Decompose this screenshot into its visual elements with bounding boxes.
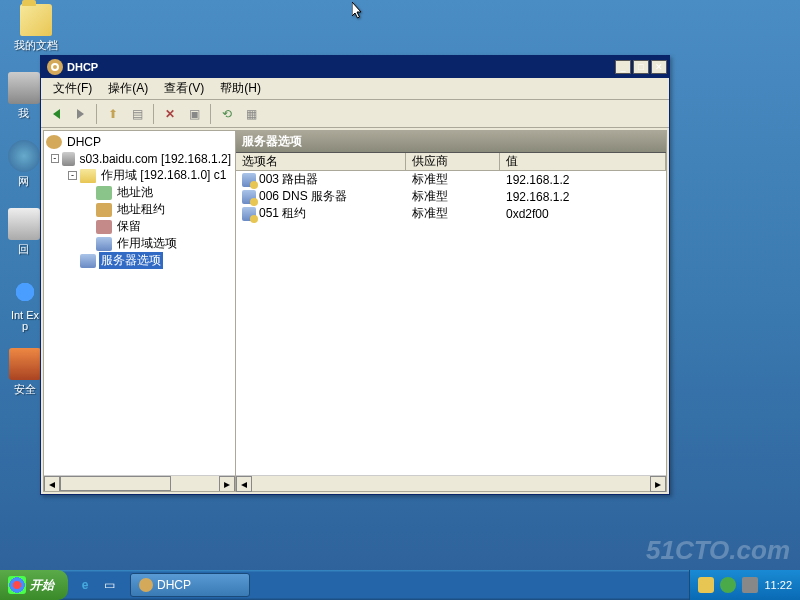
scroll-right-button[interactable]: ▸ — [650, 476, 666, 492]
tray-volume-icon[interactable] — [742, 577, 758, 593]
desktop-icon-network[interactable]: 网 — [8, 140, 38, 189]
cell-vendor: 标准型 — [406, 205, 500, 222]
titlebar[interactable]: DHCP _ □ ✕ — [41, 56, 669, 78]
menu-help[interactable]: 帮助(H) — [212, 78, 269, 99]
desktop-icon-ie[interactable]: Int Exp — [8, 276, 42, 332]
col-value[interactable]: 值 — [500, 153, 666, 170]
list-h-scrollbar[interactable]: ◂ ▸ — [236, 475, 666, 491]
toolbar-divider — [153, 104, 154, 124]
cell-vendor: 标准型 — [406, 171, 500, 188]
shield-icon — [9, 348, 41, 380]
start-button[interactable]: 开始 — [0, 570, 68, 600]
col-name[interactable]: 选项名 — [236, 153, 406, 170]
delete-button[interactable]: ✕ — [159, 103, 181, 125]
tree-label: 地址租约 — [115, 201, 167, 218]
delete-icon: ✕ — [165, 107, 175, 121]
col-vendor[interactable]: 供应商 — [406, 153, 500, 170]
watermark: 51CTO.com — [646, 535, 790, 566]
menubar: 文件(F) 操作(A) 查看(V) 帮助(H) — [41, 78, 669, 100]
list-row[interactable]: 006 DNS 服务器 标准型 192.168.1.2 — [236, 188, 666, 205]
toolbar-divider — [210, 104, 211, 124]
toolbar: ⬆ ▤ ✕ ▣ ⟲ ▦ — [41, 100, 669, 128]
menu-view[interactable]: 查看(V) — [156, 78, 212, 99]
tree-label: 作用域选项 — [115, 235, 179, 252]
dhcp-icon — [46, 135, 62, 149]
tray-network-icon[interactable] — [720, 577, 736, 593]
collapse-icon[interactable]: - — [68, 171, 77, 180]
scroll-track[interactable] — [252, 476, 650, 491]
properties-icon: ▤ — [132, 107, 143, 121]
ie-icon: e — [82, 578, 89, 592]
desktop-icon-computer[interactable]: 我 — [8, 72, 38, 121]
scroll-thumb[interactable] — [60, 476, 171, 491]
collapse-icon[interactable]: - — [51, 154, 59, 163]
mouse-cursor — [352, 2, 364, 20]
quick-ie[interactable]: e — [74, 574, 96, 596]
ie-icon — [9, 276, 41, 308]
tree-server-options[interactable]: 服务器选项 — [46, 252, 233, 269]
cell-value: 192.168.1.2 — [500, 190, 666, 204]
desktop-icon-security[interactable]: 安全 — [8, 348, 42, 397]
pool-icon — [96, 186, 112, 200]
option-icon — [242, 207, 256, 221]
minimize-button[interactable]: _ — [615, 60, 631, 74]
export-button[interactable]: ▦ — [240, 103, 262, 125]
cell-vendor: 标准型 — [406, 188, 500, 205]
up-icon: ⬆ — [108, 107, 118, 121]
tree-panel[interactable]: DHCP - s03.baidu.com [192.168.1.2] - 作用域… — [44, 131, 236, 491]
toolbar-divider — [96, 104, 97, 124]
export-icon: ▦ — [246, 107, 257, 121]
desktop-icon-recycle[interactable]: 回 — [8, 208, 38, 257]
refresh-button[interactable]: ⟲ — [216, 103, 238, 125]
system-tray[interactable]: 11:22 — [689, 570, 800, 600]
arrow-left-icon — [53, 109, 60, 119]
cell-name: 051 租约 — [259, 205, 306, 222]
quick-desktop[interactable]: ▭ — [98, 574, 120, 596]
tree-scope-options[interactable]: 作用域选项 — [46, 235, 233, 252]
task-label: DHCP — [157, 578, 191, 592]
column-headers: 选项名 供应商 值 — [236, 153, 666, 171]
menu-action[interactable]: 操作(A) — [100, 78, 156, 99]
dhcp-icon — [139, 578, 153, 592]
list-panel: 服务器选项 选项名 供应商 值 003 路由器 标准型 192.168.1.2 … — [236, 131, 666, 491]
clock[interactable]: 11:22 — [764, 579, 792, 591]
tree-reservations[interactable]: 保留 — [46, 218, 233, 235]
forward-button[interactable] — [69, 103, 91, 125]
list-row[interactable]: 051 租约 标准型 0xd2f00 — [236, 205, 666, 222]
properties-button[interactable]: ▤ — [126, 103, 148, 125]
list-rows[interactable]: 003 路由器 标准型 192.168.1.2 006 DNS 服务器 标准型 … — [236, 171, 666, 475]
copy-button[interactable]: ▣ — [183, 103, 205, 125]
scroll-track[interactable] — [60, 476, 219, 491]
tree-root[interactable]: DHCP — [46, 133, 233, 150]
reservation-icon — [96, 220, 112, 234]
scroll-left-button[interactable]: ◂ — [236, 476, 252, 492]
cell-name: 006 DNS 服务器 — [259, 188, 347, 205]
windows-icon — [8, 576, 26, 594]
cell-value: 0xd2f00 — [500, 207, 666, 221]
back-button[interactable] — [45, 103, 67, 125]
tree-scope[interactable]: - 作用域 [192.168.1.0] c1 — [46, 167, 233, 184]
recycle-icon — [8, 208, 40, 240]
tray-shield-icon[interactable] — [698, 577, 714, 593]
tree-label: 作用域 [192.168.1.0] c1 — [99, 167, 228, 184]
scroll-right-button[interactable]: ▸ — [219, 476, 235, 491]
menu-file[interactable]: 文件(F) — [45, 78, 100, 99]
globe-icon — [8, 140, 40, 172]
tree-h-scrollbar[interactable]: ◂ ▸ — [44, 475, 235, 491]
tree-server[interactable]: - s03.baidu.com [192.168.1.2] — [46, 150, 233, 167]
close-button[interactable]: ✕ — [651, 60, 667, 74]
list-header: 服务器选项 — [236, 131, 666, 153]
options-icon — [96, 237, 112, 251]
scroll-left-button[interactable]: ◂ — [44, 476, 60, 491]
up-button[interactable]: ⬆ — [102, 103, 124, 125]
desktop-icon-documents[interactable]: 我的文档 — [8, 4, 64, 53]
list-row[interactable]: 003 路由器 标准型 192.168.1.2 — [236, 171, 666, 188]
tree-label: DHCP — [65, 135, 103, 149]
tree-address-lease[interactable]: 地址租约 — [46, 201, 233, 218]
tree-address-pool[interactable]: 地址池 — [46, 184, 233, 201]
copy-icon: ▣ — [189, 107, 200, 121]
desktop-icon-label: Int Exp — [8, 310, 42, 332]
maximize-button[interactable]: □ — [633, 60, 649, 74]
app-icon — [47, 59, 63, 75]
taskbar-task-dhcp[interactable]: DHCP — [130, 573, 250, 597]
